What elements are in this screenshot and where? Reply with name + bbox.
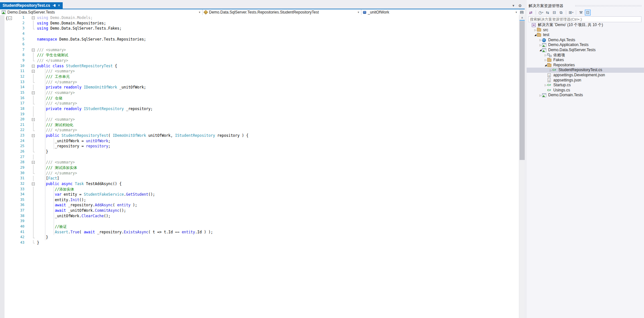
code-line[interactable]: 29 /// 测试添加实体 bbox=[0, 165, 519, 171]
tree-item[interactable]: C#Usings.cs bbox=[527, 88, 644, 93]
code-line[interactable]: 41 Assert.True( await _repository.Exists… bbox=[0, 229, 519, 235]
solution-explorer-titlebar[interactable]: 解决方案资源管理器 bbox=[527, 3, 644, 9]
tree-item[interactable]: {}appsettings.Development.json bbox=[527, 73, 644, 78]
code-line[interactable]: 4 bbox=[0, 31, 519, 37]
code-line[interactable]: 26 } bbox=[0, 149, 519, 154]
expand-arrow-icon[interactable]: ▷ bbox=[544, 84, 547, 87]
pending-changes-filter-button[interactable]: ◷▾ bbox=[538, 10, 544, 15]
tree-item[interactable]: ▷Demo.Api.Tests bbox=[527, 38, 644, 43]
scrollbar-thumb[interactable] bbox=[520, 21, 525, 160]
tree-item[interactable]: ▷Fakes bbox=[527, 58, 644, 63]
tree-item[interactable]: ▷C#StudentRepositoryTest.cs bbox=[527, 68, 644, 73]
code-line[interactable]: 5namespace Demo.Data.SqlServer.Tests.Rep… bbox=[0, 37, 519, 42]
code-line[interactable]: 30 /// </summary> bbox=[0, 171, 519, 176]
project-dropdown[interactable]: Demo.Data.SqlServer.Tests ▾ bbox=[0, 9, 203, 15]
code-line[interactable]: 39 bbox=[0, 219, 519, 224]
code-line[interactable]: 43} bbox=[0, 240, 519, 246]
code-line[interactable]: 13 /// </summary> bbox=[0, 80, 519, 85]
tree-item[interactable]: ▷依赖项 bbox=[527, 53, 644, 58]
code-line[interactable]: 23− public StudentRepositoryTest( IDemoU… bbox=[0, 133, 519, 138]
collapse-arrow-icon[interactable]: ◢ bbox=[544, 64, 547, 67]
fold-toggle[interactable]: − bbox=[31, 181, 36, 187]
tree-item[interactable]: ▷Demo.Application.Tests bbox=[527, 42, 644, 48]
code-line[interactable]: 20− /// <summary> bbox=[0, 117, 519, 122]
preview-selected-items-button[interactable]: ⊡ bbox=[585, 10, 591, 15]
solution-explorer-search-input[interactable] bbox=[528, 16, 641, 22]
fold-toggle[interactable]: − bbox=[31, 117, 36, 122]
tab-studentrepositorytest[interactable]: StudentRepositoryTest.cs × bbox=[0, 2, 63, 9]
code-line[interactable]: 31 [Fact] bbox=[0, 176, 519, 181]
scrollbar-up-arrow-icon[interactable]: ▲ bbox=[519, 16, 525, 19]
code-line[interactable]: 7−/// <summary> bbox=[0, 47, 519, 53]
tree-item[interactable]: {}appsettings.json bbox=[527, 78, 644, 83]
switch-views-button[interactable]: ⇄ bbox=[528, 10, 534, 15]
code-line[interactable]: 22 /// </summary> bbox=[0, 127, 519, 133]
expand-arrow-icon[interactable]: ▷ bbox=[539, 94, 542, 97]
code-line[interactable]: 27 bbox=[0, 154, 519, 160]
fold-toggle[interactable]: − bbox=[31, 90, 36, 96]
code-line[interactable]: 1−using Demo.Domain.Models; bbox=[0, 15, 519, 21]
code-line[interactable]: 14 private readonly IDemoUnitOfWork _uni… bbox=[0, 85, 519, 90]
code-line[interactable]: 19 bbox=[0, 112, 519, 117]
code-line[interactable]: 12 /// 工作单元 bbox=[0, 74, 519, 80]
expand-arrow-icon[interactable]: ▷ bbox=[539, 39, 542, 42]
collapse-arrow-icon[interactable]: ◢ bbox=[534, 33, 537, 36]
expand-arrow-icon[interactable]: ▷ bbox=[534, 29, 537, 32]
properties-button[interactable]: ⚒ bbox=[578, 10, 584, 15]
fold-toggle[interactable]: − bbox=[31, 69, 36, 74]
tree-item[interactable]: ▷src bbox=[527, 28, 644, 33]
editor-vertical-scrollbar[interactable]: ▲ bbox=[519, 15, 525, 318]
expand-arrow-icon[interactable]: ▷ bbox=[544, 59, 547, 61]
fold-toggle[interactable]: − bbox=[31, 63, 36, 69]
fold-toggle[interactable]: − bbox=[31, 160, 36, 165]
collapse-all-button[interactable]: ⊟ bbox=[551, 10, 557, 15]
fold-toggle[interactable]: − bbox=[31, 47, 36, 53]
member-dropdown[interactable]: _unitOfWork ▾ bbox=[361, 9, 519, 15]
tree-item[interactable]: ▷C#Startup.cs bbox=[527, 83, 644, 88]
code-line[interactable]: 16 /// 仓储 bbox=[0, 96, 519, 101]
code-line[interactable]: 32− public async Task TestAddAsync() { bbox=[0, 181, 519, 187]
code-editor[interactable]: { ↗ 1−using Demo.Domain.Models;2using De… bbox=[0, 15, 519, 318]
pin-icon[interactable] bbox=[52, 4, 56, 7]
tree-item[interactable]: ◢test bbox=[527, 33, 644, 38]
code-line[interactable]: 36 await _repository.AddAsync( entity ); bbox=[0, 202, 519, 208]
code-line[interactable]: 18 private readonly IStudentRepository _… bbox=[0, 106, 519, 112]
tree-item[interactable]: 解决方案 'Demo' (10 个项目, 共 10 个) bbox=[527, 23, 644, 28]
code-line[interactable]: 34 var entity = StudentFakeService.GetSt… bbox=[0, 192, 519, 197]
tree-item[interactable]: ▷Demo.Domain.Tests bbox=[527, 93, 644, 98]
code-line[interactable]: 9/// </summary> bbox=[0, 58, 519, 63]
code-line[interactable]: 25 _repository = repository; bbox=[0, 144, 519, 149]
code-line[interactable]: 17 /// </summary> bbox=[0, 101, 519, 106]
close-icon[interactable]: × bbox=[58, 4, 60, 7]
code-line[interactable]: 21 /// 测试初始化 bbox=[0, 122, 519, 128]
code-line[interactable]: 37 await _unitOfWork.CommitAsync(); bbox=[0, 208, 519, 213]
fold-toggle[interactable]: − bbox=[31, 15, 36, 21]
code-line[interactable]: 38 _unitOfWork.ClearCache(); bbox=[0, 213, 519, 219]
split-editor-button[interactable] bbox=[519, 9, 525, 15]
editor-options-gear-icon[interactable]: ⚙ bbox=[518, 4, 522, 8]
tree-item[interactable]: ◢Demo.Data.SqlServer.Tests bbox=[527, 48, 644, 53]
code-line[interactable]: 40 //验证 bbox=[0, 224, 519, 229]
active-files-dropdown-icon[interactable]: ▾ bbox=[512, 4, 514, 8]
tree-item[interactable]: ◢Repositories bbox=[527, 63, 644, 68]
collapse-arrow-icon[interactable]: ◢ bbox=[539, 49, 542, 51]
code-line[interactable]: 2using Demo.Domain.Repositories; bbox=[0, 21, 519, 26]
sync-with-active-document-button[interactable]: ⇆ bbox=[545, 10, 550, 15]
code-line[interactable]: 15− /// <summary> bbox=[0, 90, 519, 96]
expand-arrow-icon[interactable]: ▷ bbox=[544, 54, 547, 57]
expand-arrow-icon[interactable]: ▷ bbox=[539, 44, 542, 47]
code-line[interactable]: 33 //添加实体 bbox=[0, 187, 519, 192]
code-line[interactable]: 42 } bbox=[0, 235, 519, 240]
show-all-files-button[interactable]: ⧉ bbox=[558, 10, 564, 15]
fold-toggle[interactable]: − bbox=[31, 133, 36, 138]
code-line[interactable]: 35 entity.Init(); bbox=[0, 197, 519, 203]
code-line[interactable]: 3using Demo.Data.SqlServer.Tests.Fakes; bbox=[0, 26, 519, 31]
code-line[interactable]: 6 bbox=[0, 42, 519, 47]
code-line[interactable]: 28− /// <summary> bbox=[0, 160, 519, 165]
code-line[interactable]: 24 _unitOfWork = unitOfWork; bbox=[0, 138, 519, 144]
file-nesting-button[interactable]: ⊞▾ bbox=[568, 10, 574, 15]
expand-arrow-icon[interactable]: ▷ bbox=[549, 69, 552, 72]
type-dropdown[interactable]: Demo.Data.SqlServer.Tests.Repositories.S… bbox=[203, 9, 361, 15]
code-line[interactable]: 8/// 学生仓储测试 bbox=[0, 52, 519, 58]
code-line[interactable]: 10−public class StudentRepositoryTest { bbox=[0, 63, 519, 69]
